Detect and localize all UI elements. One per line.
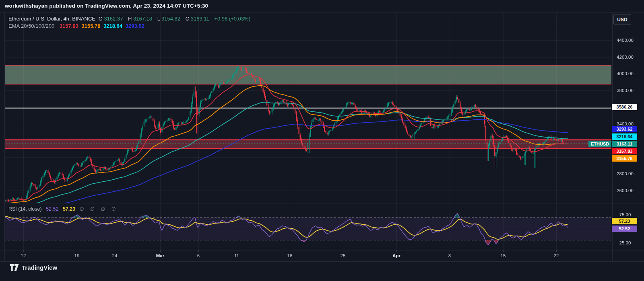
- price-axis-label: 4000.00: [617, 71, 634, 76]
- rsi-badge: 57.23: [612, 218, 637, 224]
- time-axis-label: 8: [448, 253, 451, 258]
- symbol-title[interactable]: Ethereum / U.S. Dollar, 4h, BINANCE: [8, 16, 95, 22]
- time-axis-label: 11: [234, 253, 239, 258]
- time-axis-label: Apr: [392, 253, 400, 258]
- high-label: H: [128, 16, 132, 22]
- rsi-axis-label: 75.00: [619, 212, 631, 217]
- price-badge: 3155.78: [612, 155, 637, 162]
- price-axis-label: 4400.00: [617, 38, 634, 43]
- tradingview-chart-window: workwithshayan published on TradingView.…: [0, 0, 644, 281]
- time-axis-label: 18: [287, 253, 293, 258]
- price-badge: 3163.11: [612, 141, 637, 147]
- price-badge: 3586.26: [612, 104, 637, 110]
- price-badge: 3157.83: [612, 148, 637, 154]
- rsi-empty-markers: ∅ ∅ ∅ ∅: [80, 206, 118, 212]
- ema-indicator-header: EMA 20/50/100/200 3157.83 3155.78 3218.6…: [8, 23, 146, 29]
- published-attribution: workwithshayan published on TradingView.…: [5, 3, 208, 9]
- rsi-value: 52.52: [46, 206, 58, 212]
- ema20-value: 3157.83: [60, 23, 78, 29]
- rsi-axis-label: 25.00: [619, 240, 631, 245]
- price-badge: 3218.64: [612, 133, 637, 140]
- time-axis-label: 15: [501, 253, 506, 258]
- currency-unit-button[interactable]: USD: [613, 14, 631, 25]
- rsi-indicator-header: RSI (14, close) 52.52 57.23 ∅ ∅ ∅ ∅: [8, 206, 121, 212]
- symbol-header: Ethereum / U.S. Dollar, 4h, BINANCE O 31…: [8, 16, 252, 22]
- open-value: 3162.37: [104, 16, 123, 22]
- price-axis-label: 3400.00: [617, 121, 634, 126]
- ema-label[interactable]: EMA 20/50/100/200: [8, 23, 54, 29]
- price-axis-label: 4200.00: [617, 55, 634, 59]
- rsi-ma-value: 57.23: [63, 206, 75, 212]
- time-axis-label: 25: [341, 253, 346, 258]
- change-value: +0.96 (+0.03%): [214, 16, 250, 22]
- time-axis-label: 24: [112, 253, 118, 258]
- time-axis-label: Mar: [156, 253, 164, 258]
- price-axis-label: 2600.00: [617, 188, 634, 193]
- close-label: C: [186, 16, 189, 22]
- time-axis-label: 22: [554, 253, 559, 258]
- open-label: O: [99, 16, 103, 22]
- symbol-price-badge: ETHUSD: [588, 141, 611, 147]
- high-value: 3167.18: [133, 16, 152, 22]
- price-badge: 3293.62: [612, 126, 637, 132]
- close-value: 3163.11: [191, 16, 209, 22]
- rsi-title[interactable]: RSI (14, close): [8, 206, 42, 212]
- ema200-value: 3293.62: [126, 23, 144, 29]
- price-axis-label: 2800.00: [617, 171, 634, 176]
- rsi-badge: 52.52: [612, 226, 637, 232]
- time-axis-label: 12: [21, 253, 26, 258]
- tradingview-logo-icon: [10, 264, 19, 271]
- low-value: 3154.82: [161, 16, 180, 22]
- low-label: L: [157, 16, 160, 22]
- price-axis-label: 3800.00: [617, 88, 634, 93]
- price-chart-canvas[interactable]: [0, 0, 644, 281]
- time-axis-label: 6: [197, 253, 200, 258]
- time-axis-label: 19: [74, 253, 80, 258]
- ema50-value: 3155.78: [81, 23, 100, 29]
- ema100-value: 3218.64: [103, 23, 122, 29]
- tradingview-logo[interactable]: TradingView: [10, 264, 57, 271]
- tradingview-logo-text: TradingView: [22, 264, 57, 271]
